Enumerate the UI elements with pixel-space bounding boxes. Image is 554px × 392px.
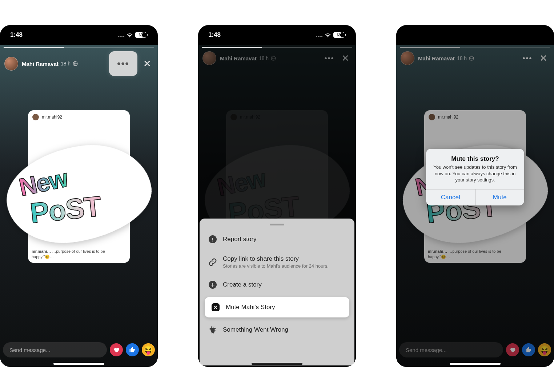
- status-bar: 1:48 69: [0, 25, 158, 45]
- story-header: Mahi Ramavat 18 h ••• ✕: [202, 51, 352, 65]
- copy-link-sublabel: Stories are visible to Mahi's audience f…: [223, 263, 329, 269]
- mute-confirm-dialog: Mute this story? You won't see updates t…: [426, 149, 524, 205]
- send-message-placeholder: Send message...: [9, 347, 51, 353]
- send-message-input[interactable]: Send message...: [3, 342, 107, 357]
- status-bar: 1:48 69: [198, 25, 356, 45]
- home-indicator[interactable]: [53, 363, 104, 365]
- story-progress-bar: [202, 47, 352, 48]
- screenshot-2-action-sheet: 1:48 69 Mahi Ramavat 18 h: [198, 25, 356, 367]
- more-options-button[interactable]: •••: [109, 51, 137, 76]
- alert-title: Mute this story?: [426, 149, 524, 164]
- story-age: 18 h: [259, 55, 269, 61]
- story-reply-bar: Send message...: [3, 342, 155, 357]
- something-went-wrong-label: Something Went Wrong: [223, 326, 288, 333]
- story-author-avatar[interactable]: [4, 57, 18, 71]
- story-author-avatar: [202, 51, 216, 65]
- link-icon: [208, 258, 217, 267]
- globe-privacy-icon: [73, 61, 78, 66]
- story-age: 18 h: [61, 61, 71, 67]
- plus-icon: ＋: [209, 281, 217, 289]
- copy-link-label: Copy link to share this story: [223, 255, 329, 263]
- wifi-icon: [325, 32, 331, 37]
- cellular-icon: [316, 33, 322, 37]
- globe-privacy-icon: [271, 56, 276, 61]
- cellular-icon: [118, 33, 124, 37]
- sheet-grabber[interactable]: [270, 224, 284, 225]
- reaction-heart-button[interactable]: [110, 343, 123, 356]
- close-story-button[interactable]: ✕: [141, 58, 153, 69]
- bug-icon: [208, 325, 217, 334]
- wifi-icon: [127, 32, 133, 37]
- reaction-laugh-button[interactable]: [142, 343, 155, 356]
- alert-message: You won't see updates to this story from…: [426, 164, 524, 189]
- story-author-name[interactable]: Mahi Ramavat 18 h: [22, 61, 78, 67]
- something-went-wrong-item[interactable]: Something Went Wrong: [202, 320, 352, 340]
- embedded-post-avatar: [32, 114, 39, 120]
- battery-indicator: 69: [333, 32, 346, 38]
- battery-level: 69: [135, 32, 146, 38]
- screenshot-1-story-view: 1:48 69 Mahi Ramavat 18 h: [0, 25, 158, 367]
- status-time: 1:48: [10, 31, 23, 39]
- story-viewport[interactable]: Mahi Ramavat 18 h ••• ✕ mr.mahi92 mr.mah…: [0, 45, 158, 367]
- alert-mute-button[interactable]: Mute: [475, 189, 525, 205]
- battery-indicator: 69: [135, 32, 148, 38]
- reaction-like-button[interactable]: [126, 343, 139, 356]
- author-name-text: Mahi Ramavat: [22, 61, 59, 67]
- home-indicator[interactable]: [252, 363, 302, 365]
- story-content-card: mr.mahi92 mr.mahi… …purpose of our lives…: [28, 110, 130, 263]
- close-story-button: ✕: [339, 53, 352, 64]
- report-story-label: Report story: [223, 236, 257, 243]
- report-icon: !: [209, 235, 217, 243]
- mute-x-icon: ✕: [212, 303, 220, 311]
- story-header: Mahi Ramavat 18 h ••• ✕: [4, 51, 153, 76]
- home-indicator[interactable]: [450, 363, 501, 365]
- story-progress-bar: [4, 47, 154, 48]
- more-options-button: •••: [323, 53, 336, 64]
- embedded-post-handle: mr.mahi92: [42, 115, 62, 120]
- caption-handle: mr.mahi…: [32, 249, 51, 253]
- mute-story-item[interactable]: ✕ Mute Mahi's Story: [205, 297, 349, 317]
- status-time: 1:48: [208, 31, 221, 39]
- screenshot-3-mute-confirm: Mahi Ramavat 18 h ••• ✕ mr.mahi92 mr.mah…: [396, 25, 554, 367]
- alert-cancel-button[interactable]: Cancel: [426, 189, 475, 205]
- create-story-label: Create a story: [223, 281, 262, 288]
- battery-level: 69: [333, 32, 344, 38]
- sticker-text-line1: New: [214, 149, 334, 201]
- embedded-post-handle: mr.mahi92: [240, 115, 260, 120]
- create-story-item[interactable]: ＋ Create a story: [202, 275, 352, 295]
- mute-story-label: Mute Mahi's Story: [226, 304, 275, 311]
- story-options-action-sheet: ! Report story Copy link to share this s…: [200, 219, 354, 365]
- embedded-post-caption: mr.mahi… …purpose of our lives is to be …: [32, 249, 126, 259]
- copy-link-item[interactable]: Copy link to share this story Stories ar…: [202, 249, 352, 275]
- report-story-item[interactable]: ! Report story: [202, 229, 352, 249]
- author-name-text: Mahi Ramavat: [220, 55, 257, 61]
